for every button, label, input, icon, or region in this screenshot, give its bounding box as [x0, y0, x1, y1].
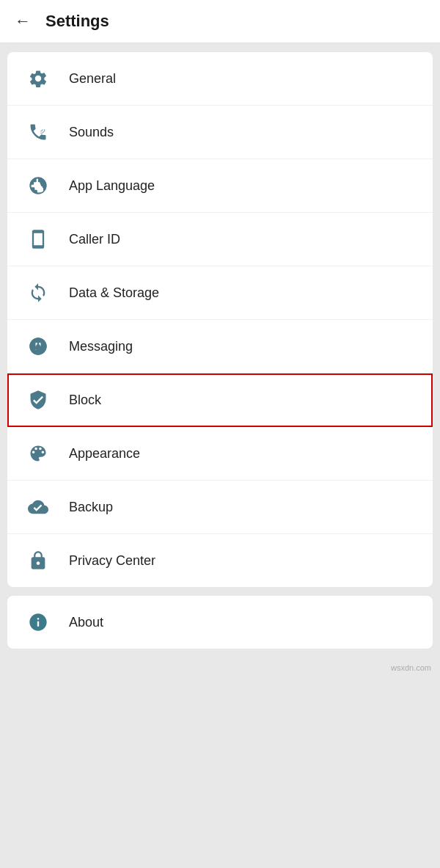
block-label: Block	[69, 393, 101, 408]
watermark: wsxdn.com	[0, 657, 440, 678]
settings-item-messaging[interactable]: Messaging	[7, 320, 433, 373]
app-language-label: App Language	[69, 178, 155, 194]
cloud-check-icon	[25, 494, 51, 520]
caller-id-label: Caller ID	[69, 232, 120, 247]
settings-item-sounds[interactable]: Sounds	[7, 106, 433, 159]
settings-item-backup[interactable]: Backup	[7, 481, 433, 534]
settings-item-data-storage[interactable]: Data & Storage	[7, 266, 433, 320]
sounds-label: Sounds	[69, 125, 114, 140]
data-sync-icon	[25, 280, 51, 306]
back-button[interactable]: ←	[15, 13, 31, 29]
backup-label: Backup	[69, 500, 113, 515]
general-label: General	[69, 71, 116, 87]
shield-check-icon	[25, 387, 51, 413]
phone-device-icon	[25, 226, 51, 252]
settings-item-general[interactable]: General	[7, 52, 433, 106]
globe-icon	[25, 172, 51, 199]
settings-about-card: About	[7, 596, 433, 649]
messaging-icon	[25, 333, 51, 360]
data-storage-label: Data & Storage	[69, 285, 159, 301]
palette-icon	[25, 440, 51, 467]
about-label: About	[69, 615, 103, 630]
privacy-center-label: Privacy Center	[69, 553, 155, 569]
page-title: Settings	[45, 12, 109, 31]
settings-item-caller-id[interactable]: Caller ID	[7, 213, 433, 266]
appearance-label: Appearance	[69, 446, 140, 462]
settings-item-block[interactable]: Block	[7, 373, 433, 427]
info-icon	[25, 609, 51, 635]
gear-icon	[25, 65, 51, 92]
lock-icon	[25, 547, 51, 574]
settings-item-about[interactable]: About	[7, 596, 433, 649]
settings-item-app-language[interactable]: App Language	[7, 159, 433, 213]
settings-main-card: General Sounds App Language Caller ID	[7, 52, 433, 587]
settings-item-appearance[interactable]: Appearance	[7, 427, 433, 481]
settings-item-privacy-center[interactable]: Privacy Center	[7, 534, 433, 587]
messaging-label: Messaging	[69, 339, 133, 354]
app-header: ← Settings	[0, 0, 440, 43]
phone-sound-icon	[25, 119, 51, 145]
